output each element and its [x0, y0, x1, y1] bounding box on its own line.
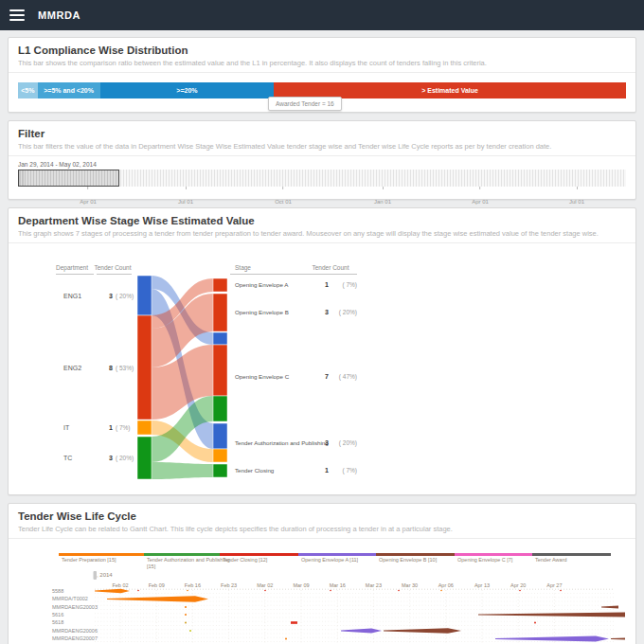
- gantt-bar[interactable]: [478, 613, 625, 617]
- divider: [9, 242, 635, 243]
- gantt-milestone-dot[interactable]: [185, 606, 187, 608]
- date-range-slider[interactable]: [18, 170, 626, 187]
- stage-pct: ( 7%): [342, 467, 357, 474]
- stage-pct: ( 20%): [339, 439, 357, 447]
- department-pct: ( 53%): [116, 365, 134, 372]
- panel-subtitle: This graph shows 7 stages of processing …: [18, 229, 626, 238]
- panel-title: Filter: [18, 128, 626, 139]
- stage-label: Tender Authorization and Publishing: [235, 439, 329, 446]
- sankey-stage-node[interactable]: [213, 396, 227, 421]
- department-stage-panel: Department Wise Stage Wise Estimated Val…: [8, 207, 636, 495]
- gantt-axis-tick: Mar 09: [293, 582, 309, 588]
- gantt-bar[interactable]: [291, 621, 297, 624]
- gantt-milestone-dot[interactable]: [185, 622, 187, 624]
- sankey-stage-node[interactable]: [213, 449, 227, 462]
- l1-bar-segment[interactable]: >=20%: [100, 82, 275, 98]
- gantt-row-label: 5616: [52, 612, 63, 617]
- stage-pct: ( 47%): [339, 373, 357, 381]
- panel-subtitle: Tender Life Cycle can be related to Gant…: [18, 525, 626, 533]
- stage-count: 3: [325, 309, 329, 315]
- sankey-stage-node[interactable]: [213, 332, 227, 345]
- department-label: TC: [63, 455, 72, 461]
- sankey-department-node[interactable]: [137, 420, 152, 435]
- gantt-legend-label: Opening Envelope A [11]: [301, 557, 359, 563]
- filter-axis-tick: Apr 01: [472, 187, 489, 207]
- gantt-legend-swatch[interactable]: [376, 553, 455, 556]
- department-label: IT: [63, 424, 70, 431]
- l1-bar-segment[interactable]: >=5% and <20%: [38, 82, 100, 98]
- gantt-speck: [330, 590, 331, 592]
- filter-axis-tick: Oct 01: [275, 187, 292, 207]
- sankey-department-node[interactable]: [137, 315, 152, 420]
- gantt-legend-swatch[interactable]: [144, 553, 220, 556]
- sankey-stage-node[interactable]: [213, 464, 227, 477]
- gantt-row-label: 5618: [52, 619, 63, 625]
- panel-title: Tender Wise Life Cycle: [18, 510, 626, 522]
- department-pct: ( 7%): [116, 424, 131, 432]
- stage-count: 1: [325, 467, 329, 474]
- gantt-axis-tick: Apr 13: [474, 582, 490, 588]
- gantt-legend-label: Tender Award: [535, 557, 567, 563]
- filter-axis-tick: Jul 01: [569, 187, 584, 207]
- gantt-speck: [519, 590, 521, 592]
- gantt-axis-tick: Feb 16: [185, 582, 201, 588]
- gantt-legend-swatch[interactable]: [220, 553, 298, 556]
- sankey-flow[interactable]: [152, 462, 213, 479]
- gantt-legend-label: [15]: [147, 564, 156, 569]
- gantt-axis-tick: Mar 02: [257, 582, 273, 588]
- department-count: 1: [109, 424, 113, 431]
- gantt-axis-tick: Apr 20: [510, 582, 526, 588]
- stage-label: Tender Closing: [235, 467, 275, 474]
- gantt-legend-swatch[interactable]: [455, 553, 532, 556]
- l1-segment-label: >=20%: [176, 87, 197, 94]
- department-pct: ( 20%): [116, 455, 134, 462]
- gantt-bar[interactable]: [95, 589, 130, 594]
- left-header-department: Department: [56, 264, 88, 272]
- slider-selected-window[interactable]: [18, 170, 119, 187]
- awarded-tender-tooltip: Awarded Tender = 16: [268, 97, 342, 111]
- slider-axis: Apr 01Jul 01Oct 01Jan 01Apr 01Jul 01: [18, 187, 626, 202]
- sankey-stage-node[interactable]: [213, 345, 227, 396]
- sankey-stage-node[interactable]: [213, 423, 227, 449]
- gantt-legend-label: Opening Envelope B [10]: [379, 557, 438, 563]
- gantt-bar[interactable]: [601, 606, 618, 609]
- gantt-legend-swatch[interactable]: [532, 553, 611, 556]
- panel-subtitle: This bar filters the value of the data i…: [18, 142, 626, 151]
- gantt-row-label: MMRDAENG20003: [52, 604, 98, 610]
- menu-icon[interactable]: [9, 9, 25, 21]
- sankey-department-node[interactable]: [137, 276, 152, 315]
- gantt-row-label: 5588: [52, 588, 63, 594]
- gantt-range-handle[interactable]: [94, 571, 98, 580]
- gantt-bar[interactable]: [384, 628, 461, 634]
- gantt-milestone-dot[interactable]: [185, 614, 187, 616]
- gantt-bar[interactable]: [495, 636, 609, 642]
- gantt-legend-swatch[interactable]: [59, 553, 144, 556]
- gantt-speck: [264, 590, 266, 592]
- gantt-speck: [137, 590, 139, 592]
- l1-segment-label: <5%: [21, 87, 34, 94]
- gantt-axis-tick: Mar 16: [330, 582, 346, 588]
- right-header-stage: Stage: [235, 264, 251, 272]
- panel-title: Department Wise Stage Wise Estimated Val…: [18, 215, 626, 226]
- sankey-department-node[interactable]: [137, 437, 152, 479]
- sankey-chart: ENG13( 20%)ENG28( 53%)IT1( 7%)TC3( 20%)O…: [9, 257, 635, 493]
- department-count: 3: [109, 293, 113, 299]
- gantt-milestone-dot[interactable]: [189, 630, 191, 632]
- department-label: ENG2: [63, 365, 81, 371]
- gantt-legend-label: Tender Preparation [15]: [62, 557, 116, 563]
- gantt-milestone-dot[interactable]: [534, 622, 536, 624]
- gantt-bar[interactable]: [611, 638, 625, 640]
- gantt-legend-label: Tender Authorization and Publishing: [147, 557, 230, 563]
- gantt-milestone-dot[interactable]: [285, 638, 287, 640]
- gantt-row-label: MMRDAENG20006: [52, 628, 98, 634]
- l1-bar-segment[interactable]: <5%: [18, 82, 38, 98]
- gantt-speck: [398, 590, 400, 592]
- gantt-row-label: MMRDAENG20007: [52, 635, 98, 641]
- gantt-bar[interactable]: [341, 629, 382, 634]
- sankey-stage-node[interactable]: [213, 294, 227, 331]
- gantt-axis-tick: Apr 27: [546, 582, 562, 588]
- left-header-tender-count: Tender Count: [94, 264, 131, 271]
- sankey-stage-node[interactable]: [213, 278, 227, 292]
- department-label: ENG1: [63, 293, 81, 299]
- gantt-legend-swatch[interactable]: [298, 553, 376, 556]
